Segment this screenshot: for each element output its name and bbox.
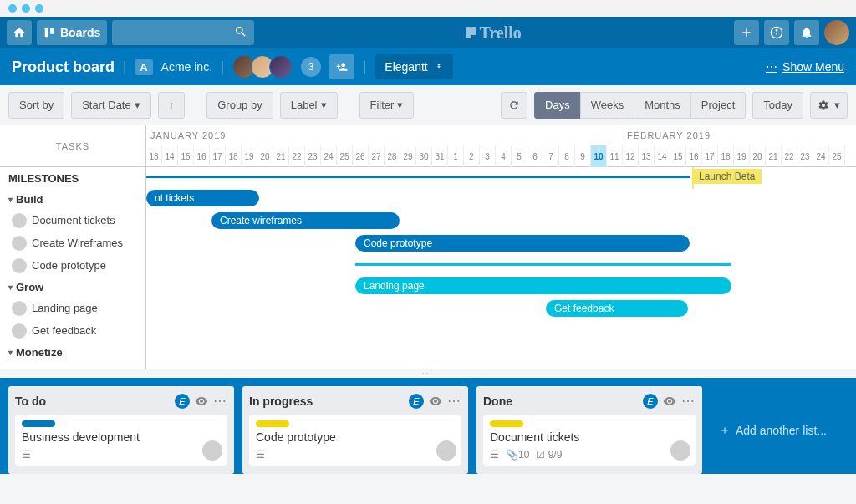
list-title[interactable]: To do [15, 395, 170, 408]
card-avatar[interactable] [436, 440, 456, 461]
notifications-button[interactable] [794, 20, 819, 45]
elegantt-list-icon[interactable]: E [175, 394, 190, 409]
label-button[interactable]: Label ▾ [280, 92, 338, 119]
day-cell: 31 [432, 145, 448, 167]
member-count[interactable]: 3 [301, 57, 321, 77]
home-button[interactable] [7, 20, 32, 45]
svg-rect-0 [45, 28, 48, 38]
day-cell: 26 [353, 145, 369, 167]
tasks-header: TASKS [0, 125, 145, 167]
today-button[interactable]: Today [752, 92, 803, 119]
start-date-button[interactable]: Start Date ▾ [71, 92, 151, 119]
day-cell: 24 [813, 145, 829, 167]
card[interactable]: Code prototype☰ [249, 415, 461, 466]
day-cell: 21 [273, 145, 289, 167]
section-line [146, 176, 690, 178]
day-cell: 23 [305, 145, 321, 167]
day-cell: 28 [385, 145, 400, 167]
resize-handle[interactable]: ⋯ [0, 369, 856, 378]
day-cell: 25 [337, 145, 353, 167]
watch-icon[interactable] [663, 395, 676, 408]
day-cell: 16 [686, 145, 702, 167]
month-label: JANUARY 2019 [150, 130, 226, 140]
caret-down-icon: ▾ [834, 99, 840, 111]
elegantt-list-icon[interactable]: E [409, 394, 424, 409]
gantt-task-row[interactable]: Get feedback [0, 319, 145, 342]
info-button[interactable] [764, 20, 789, 45]
list-menu-button[interactable]: ⋯ [213, 393, 227, 409]
milestone-label[interactable]: Launch Beta [692, 169, 762, 184]
board-list: In progressE⋯Code prototype☰ [242, 386, 468, 474]
board-header: Product board | A Acme inc. | 3 | Elegan… [0, 48, 856, 85]
board-title[interactable]: Product board [12, 59, 115, 76]
view-days-button[interactable]: Days [534, 92, 581, 119]
day-cell: 19 [242, 145, 257, 167]
task-name: Code prototype [32, 259, 106, 272]
card-label[interactable] [256, 420, 289, 427]
show-menu-link[interactable]: ⋯ Show Menu [766, 60, 844, 74]
avatar-stack[interactable] [232, 55, 293, 79]
task-name: Get feedback [32, 324, 96, 337]
create-button[interactable] [734, 20, 759, 45]
add-member-button[interactable] [329, 54, 354, 79]
add-list-button[interactable]: ＋Add another list... [711, 386, 835, 474]
gantt-task-row[interactable]: Create Wireframes [0, 232, 145, 254]
gantt-task-row[interactable]: Landing page [0, 297, 145, 319]
card-avatar[interactable] [202, 440, 222, 461]
gantt-section[interactable]: ▾Grow [0, 277, 145, 297]
card-avatar[interactable] [670, 440, 690, 461]
day-cell: 9 [575, 145, 591, 167]
gantt-task-row[interactable]: Document tickets [0, 209, 145, 232]
card-title: Business development [22, 430, 221, 444]
assignee-avatar [12, 258, 27, 273]
card-meta: ☰ [256, 449, 455, 461]
watch-icon[interactable] [429, 395, 442, 408]
card[interactable]: Business development☰ [15, 415, 227, 466]
day-cell: 4 [496, 145, 512, 167]
user-avatar[interactable] [824, 20, 849, 45]
view-project-button[interactable]: Project [690, 92, 746, 119]
elegantt-button[interactable]: Elegantt [374, 54, 452, 79]
view-weeks-button[interactable]: Weeks [580, 92, 635, 119]
card-meta: ☰ [22, 449, 221, 461]
gear-icon [818, 99, 829, 111]
svg-point-4 [776, 30, 777, 31]
card[interactable]: Document tickets☰📎10☑ 9/9 [483, 415, 696, 466]
gantt-section[interactable]: ▾Build [0, 189, 145, 209]
sort-direction-button[interactable]: ↑ [158, 92, 186, 119]
gantt-bar[interactable]: nt tickets [146, 190, 259, 206]
list-title[interactable]: Done [483, 395, 638, 408]
card-label[interactable] [490, 420, 523, 427]
elegantt-list-icon[interactable]: E [643, 394, 658, 409]
workspace-name[interactable]: Acme inc. [161, 60, 212, 74]
list-menu-button[interactable]: ⋯ [447, 393, 461, 409]
workspace-badge[interactable]: A [135, 59, 152, 75]
list-menu-button[interactable]: ⋯ [681, 393, 696, 409]
sort-by-button[interactable]: Sort by [8, 92, 64, 119]
list-title[interactable]: In progress [249, 395, 404, 408]
plus-icon: ＋ [719, 423, 731, 438]
trello-logo: Trello [259, 23, 729, 43]
gantt-bar[interactable]: Create wireframes [211, 212, 400, 229]
gantt-toolbar: Sort by Start Date ▾ ↑ Group by Label ▾ … [0, 85, 856, 125]
card-label[interactable] [22, 420, 55, 427]
refresh-button[interactable] [501, 92, 527, 119]
gantt-section[interactable]: ▾Monetize [0, 342, 145, 362]
dots-icon: ⋯ [766, 60, 777, 74]
view-months-button[interactable]: Months [634, 92, 691, 119]
gantt-bar[interactable]: Landing page [355, 277, 731, 294]
filter-button[interactable]: Filter ▾ [359, 92, 415, 119]
gantt-task-row[interactable]: Code prototype [0, 254, 145, 277]
gantt-bar[interactable]: Code prototype [355, 235, 690, 252]
plus-icon [740, 26, 753, 39]
boards-button[interactable]: Boards [37, 20, 107, 45]
svg-rect-1 [50, 28, 54, 34]
watch-icon[interactable] [195, 395, 208, 408]
day-cell: 1 [448, 145, 464, 167]
group-by-button[interactable]: Group by [206, 92, 273, 119]
gantt-timeline[interactable]: JANUARY 2019FEBRUARY 2019 13141516171819… [146, 125, 856, 369]
search-input[interactable] [112, 20, 254, 45]
gantt-bar[interactable]: Get feedback [546, 300, 688, 317]
settings-button[interactable]: ▾ [810, 92, 848, 119]
nav-right [734, 20, 849, 45]
